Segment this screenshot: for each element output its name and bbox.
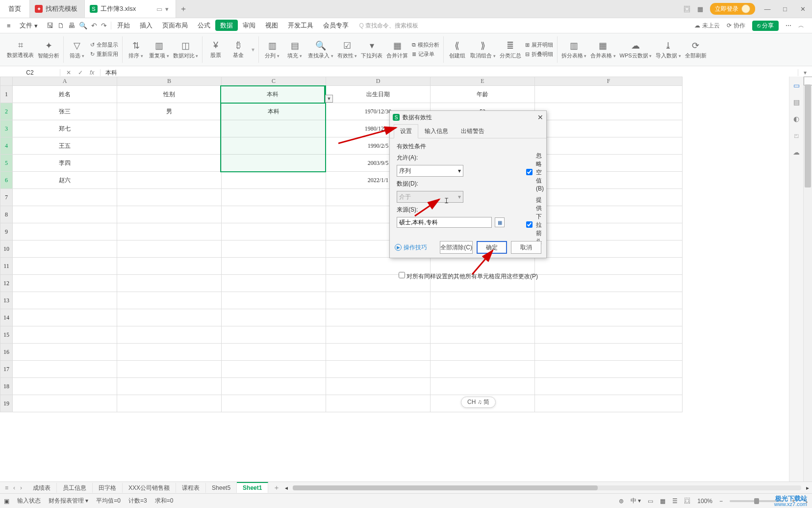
row-header-10[interactable]: 10 bbox=[0, 241, 13, 258]
merge-table-button[interactable]: ▦合并表格 bbox=[590, 40, 616, 59]
clear-all-button[interactable]: 全部清除(C) bbox=[440, 241, 473, 254]
redo-icon[interactable]: ↷ bbox=[101, 22, 107, 29]
ok-button[interactable]: 确定 bbox=[477, 241, 507, 254]
import-data-button[interactable]: ⤓导入数据 bbox=[656, 40, 681, 59]
row-header-16[interactable]: 16 bbox=[0, 344, 13, 361]
col-header-F[interactable]: F bbox=[535, 77, 683, 86]
whatif-button[interactable]: ⧉ 模拟分析 bbox=[412, 41, 439, 49]
row-header-15[interactable]: 15 bbox=[0, 326, 13, 344]
cell-C11[interactable] bbox=[222, 258, 326, 275]
hscroll-thumb[interactable] bbox=[293, 485, 598, 490]
ignore-blank-checkbox[interactable]: 忽略空值(B) bbox=[524, 152, 544, 192]
active-cell[interactable]: 本科 bbox=[220, 85, 325, 104]
rail-backup-icon[interactable]: ⏍ bbox=[794, 132, 798, 139]
new-tab-button[interactable]: ＋ bbox=[176, 0, 191, 18]
cell-B12[interactable] bbox=[117, 275, 222, 292]
cell-F17[interactable] bbox=[535, 361, 683, 378]
cell-B15[interactable] bbox=[117, 326, 222, 344]
cloud-status[interactable]: ☁ 未上云 bbox=[694, 22, 720, 30]
horizontal-scrollbar[interactable] bbox=[293, 485, 801, 490]
cell-E1[interactable]: 年龄 bbox=[431, 86, 535, 103]
cell-B14[interactable] bbox=[117, 309, 222, 326]
view-reading-icon[interactable]: ⿴ bbox=[685, 498, 690, 505]
cell-A9[interactable] bbox=[13, 223, 117, 241]
validation-button[interactable]: ☑有效性 bbox=[337, 40, 357, 59]
cell-B8[interactable] bbox=[117, 206, 222, 223]
record-icon[interactable]: ▣ bbox=[4, 498, 9, 505]
cell-C19[interactable] bbox=[222, 395, 326, 412]
cell-C12[interactable] bbox=[222, 275, 326, 292]
menu-页面布局[interactable]: 页面布局 bbox=[157, 20, 193, 31]
cell-C2[interactable]: 本科 bbox=[222, 103, 326, 120]
tips-link[interactable]: ▶操作技巧 bbox=[395, 243, 427, 252]
cell-D18[interactable] bbox=[326, 378, 431, 395]
cell-A4[interactable]: 王五 bbox=[13, 137, 117, 155]
menu-开发工具[interactable]: 开发工具 bbox=[283, 20, 318, 31]
cell-B7[interactable] bbox=[117, 189, 222, 206]
rail-select-icon[interactable]: ▭ bbox=[793, 81, 800, 89]
file-menu[interactable]: 文件 ▾ bbox=[16, 19, 42, 32]
cancel-fx-icon[interactable]: ✕ bbox=[66, 69, 71, 76]
minimize-icon[interactable]: ― bbox=[762, 5, 773, 13]
cell-A6[interactable]: 赵六 bbox=[13, 172, 117, 189]
cell-C16[interactable] bbox=[222, 344, 326, 361]
show-all-button[interactable]: ↺ 全部显示 bbox=[90, 41, 118, 49]
allow-select[interactable]: 序列▾ bbox=[397, 165, 463, 177]
cell-F8[interactable] bbox=[535, 206, 683, 223]
fullscreen-icon[interactable]: ⤡ bbox=[803, 498, 808, 505]
cell-B3[interactable] bbox=[117, 120, 222, 137]
col-header-E[interactable]: E bbox=[431, 77, 535, 86]
close-icon[interactable]: ▾ bbox=[165, 5, 169, 13]
cell-A3[interactable]: 郑七 bbox=[13, 120, 117, 137]
undo-icon[interactable]: ↶ bbox=[91, 22, 97, 29]
row-header-1[interactable]: 1 bbox=[0, 86, 13, 103]
menu-list-icon[interactable]: ≡ bbox=[3, 20, 15, 31]
zoom-value[interactable]: 100% bbox=[697, 498, 712, 505]
select-all-corner[interactable] bbox=[0, 77, 13, 86]
share-button[interactable]: ⎋ 分享 bbox=[752, 21, 779, 31]
row-header-17[interactable]: 17 bbox=[0, 361, 13, 378]
cell-F16[interactable] bbox=[535, 344, 683, 361]
sheet-tab-XXX公司销售额[interactable]: XXX公司销售额 bbox=[123, 483, 176, 493]
dialog-close-icon[interactable]: ✕ bbox=[537, 113, 543, 121]
cell-A15[interactable] bbox=[13, 326, 117, 344]
name-box[interactable]: C2 bbox=[0, 69, 60, 76]
rail-cloud-icon[interactable]: ☁ bbox=[793, 148, 800, 156]
print-icon[interactable]: 🖶 bbox=[68, 22, 75, 29]
funds-button[interactable]: ₿基金 bbox=[229, 40, 248, 59]
dialog-tab-error[interactable]: 出错警告 bbox=[455, 124, 491, 138]
maximize-icon[interactable]: □ bbox=[780, 5, 790, 13]
reading-mode-icon[interactable]: ⿴ bbox=[684, 5, 690, 13]
more-icon[interactable]: ⋯ bbox=[786, 22, 791, 29]
sheet-next-icon[interactable]: › bbox=[20, 484, 22, 491]
col-header-B[interactable]: B bbox=[117, 77, 222, 86]
cell-F11[interactable] bbox=[535, 258, 683, 275]
row-header-6[interactable]: 6 bbox=[0, 172, 13, 189]
cell-B17[interactable] bbox=[117, 361, 222, 378]
sort-button[interactable]: ⇅排序 bbox=[127, 40, 145, 59]
cell-A19[interactable] bbox=[13, 395, 117, 412]
cell-F4[interactable] bbox=[535, 137, 683, 155]
cell-F3[interactable] bbox=[535, 120, 683, 137]
command-search[interactable]: Q 查找命令、搜索模板 bbox=[355, 22, 419, 30]
sheet-list-icon[interactable]: ≡ bbox=[5, 484, 8, 491]
row-header-11[interactable]: 11 bbox=[0, 258, 13, 275]
cell-F19[interactable] bbox=[535, 395, 683, 412]
cell-E16[interactable] bbox=[431, 344, 535, 361]
dialog-tab-settings[interactable]: 设置 bbox=[394, 124, 418, 138]
text-to-columns-button[interactable]: ▥分列 bbox=[263, 40, 281, 59]
cell-D19[interactable] bbox=[326, 395, 431, 412]
cell-B13[interactable] bbox=[117, 292, 222, 309]
cell-B16[interactable] bbox=[117, 344, 222, 361]
cell-A17[interactable] bbox=[13, 361, 117, 378]
cell-D13[interactable] bbox=[326, 292, 431, 309]
sheet-tab-Sheet1[interactable]: Sheet1 bbox=[237, 482, 268, 493]
cell-F14[interactable] bbox=[535, 309, 683, 326]
view-page-icon[interactable]: ☰ bbox=[672, 498, 678, 505]
sheet-tab-成绩表[interactable]: 成绩表 bbox=[27, 483, 57, 493]
col-header-C[interactable]: C bbox=[222, 77, 326, 86]
cell-D1[interactable]: 出生日期 bbox=[326, 86, 431, 103]
zoom-in-icon[interactable]: ＋ bbox=[790, 497, 796, 505]
group-button[interactable]: ⟪创建组 bbox=[448, 40, 466, 59]
sheet-tab-课程表[interactable]: 课程表 bbox=[176, 483, 206, 493]
